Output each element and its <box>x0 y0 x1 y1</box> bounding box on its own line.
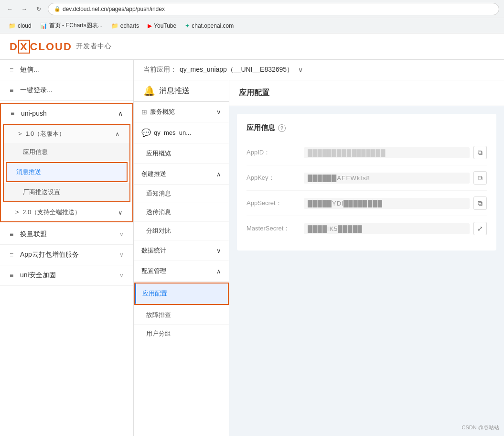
bookmark-cloud-label: cloud <box>18 22 32 29</box>
nav-app-config[interactable]: 应用配置 <box>135 283 228 304</box>
sidebar-label-msg-push: 消息推送 <box>16 168 41 175</box>
app-info-title: 应用信息 ? <box>247 123 487 132</box>
middle-nav-title: 消息推送 <box>159 86 190 96</box>
bookmark-echarts2-label: echarts <box>120 22 139 29</box>
sidebar-label-app-info: 应用信息 <box>23 148 48 155</box>
chevron-config-management: ∧ <box>216 268 221 275</box>
copy-appkey-button[interactable]: ⧉ <box>473 171 487 185</box>
sidebar-label-v2: 2.0（支持全端推送） <box>22 208 81 216</box>
nav-fault-check[interactable]: 故障排查 <box>134 306 229 325</box>
nav-label-create-push: 创建推送 <box>141 170 166 178</box>
main-area: ≡ 短信... ≡ 一键登录... ≡ uni-push ∧ <box>0 60 504 436</box>
nav-app-list[interactable]: 💬 qy_mes_un... <box>134 122 229 143</box>
bookmark-openai-label: chat.openai.com <box>192 22 234 29</box>
bookmark-youtube-label: YouTube <box>154 22 176 29</box>
sidebar-label-appcloud: App云打包增值服务 <box>20 251 79 259</box>
chevron-up-unipush: ∧ <box>118 109 123 117</box>
list-icon-login: ≡ <box>10 87 17 94</box>
grid-icon: ⊞ <box>141 108 147 116</box>
value-appsecret: █████YDi████████ <box>304 198 470 209</box>
back-button[interactable]: ← <box>5 4 15 14</box>
logo-text: DXCLOUD <box>10 40 72 53</box>
nav-label-app-list: qy_mes_un... <box>154 129 191 136</box>
msg-push-item[interactable]: 消息推送 <box>6 162 128 182</box>
list-icon-unipush: ≡ <box>11 109 18 117</box>
list-icon-appcloud: ≡ <box>10 251 17 259</box>
arrow-v2: > <box>15 208 19 216</box>
lock-icon: 🔒 <box>54 6 61 12</box>
bookmarks-bar: 📁 cloud 📊 首页 - ECharts图表... 📁 echarts ▶ … <box>0 18 504 33</box>
nav-config-management[interactable]: 配置管理 ∧ <box>134 261 229 282</box>
expand-mastersecret-button[interactable]: ⤢ <box>473 222 487 235</box>
sidebar-child-app-info[interactable]: 应用信息 <box>4 143 129 161</box>
sidebar-item-sms[interactable]: ≡ 短信... <box>0 60 133 80</box>
bookmark-echarts-label: 首页 - ECharts图表... <box>49 22 103 30</box>
dropdown-arrow-icon[interactable]: ∨ <box>298 66 303 74</box>
config-panel-title: 应用配置 <box>239 88 269 97</box>
nav-create-push[interactable]: 创建推送 ∧ <box>134 164 229 185</box>
middle-nav-header: 🔔 消息推送 <box>134 80 229 102</box>
youtube-icon: ▶ <box>148 22 152 29</box>
content-area: 当前应用： qy_mes_uniapp（__UNI__E832695） ∨ 🔔 … <box>134 60 504 436</box>
folder-icon: 📁 <box>9 22 16 29</box>
forward-button[interactable]: → <box>19 4 30 14</box>
sidebar-label-security: uni安全加固 <box>20 271 56 280</box>
config-card: 应用信息 ? AppID： ████████████████ ⧉ AppKey： <box>237 114 496 251</box>
middle-nav: 🔔 消息推送 ⊞ 服务概览 ∨ 💬 <box>134 80 229 436</box>
sidebar-item-appcloud[interactable]: ≡ App云打包增值服务 ∨ <box>0 245 133 265</box>
sidebar-item-v1[interactable]: > 1.0（老版本） ∧ <box>4 125 129 143</box>
nav-group-compare[interactable]: 分组对比 <box>134 222 229 240</box>
sidebar-item-exchange[interactable]: ≡ 换量联盟 ∨ <box>0 224 133 245</box>
logo-subtitle: 开发者中心 <box>76 42 112 51</box>
config-row-appid: AppID： ████████████████ ⧉ <box>247 140 487 165</box>
bookmark-openai[interactable]: ✦ chat.openai.com <box>181 21 237 31</box>
sidebar-item-login[interactable]: ≡ 一键登录... <box>0 80 133 101</box>
bookmark-echarts[interactable]: 📊 首页 - ECharts图表... <box>36 20 107 31</box>
nav-user-groups[interactable]: 用户分组 <box>134 325 229 343</box>
address-bar[interactable]: 🔒 dev.dcloud.net.cn/pages/app/push/index <box>48 3 499 15</box>
nav-transparent-msg[interactable]: 透传消息 <box>134 203 229 222</box>
label-appid: AppID： <box>247 148 304 157</box>
sidebar-item-v2[interactable]: > 2.0（支持全端推送） ∨ <box>1 203 132 221</box>
logo: DXCLOUD 开发者中心 <box>10 40 112 53</box>
nav-app-overview[interactable]: 应用概览 <box>134 143 229 164</box>
nav-label-app-config: 应用配置 <box>142 290 167 297</box>
nav-label-user-groups: 用户分组 <box>146 330 171 337</box>
reload-button[interactable]: ↻ <box>33 4 44 14</box>
sidebar-item-security[interactable]: ≡ uni安全加固 ∨ <box>0 265 133 286</box>
bookmark-cloud[interactable]: 📁 cloud <box>5 21 35 31</box>
chevron-data-stats: ∨ <box>216 247 221 254</box>
copy-appid-button[interactable]: ⧉ <box>473 146 487 159</box>
openai-icon: ✦ <box>185 22 190 29</box>
browser-bar: ← → ↻ 🔒 dev.dcloud.net.cn/pages/app/push… <box>0 0 504 18</box>
bookmark-echarts2[interactable]: 📁 echarts <box>107 21 143 31</box>
nav-data-stats[interactable]: 数据统计 ∨ <box>134 240 229 261</box>
echarts-icon: 📊 <box>40 22 47 29</box>
nav-label-app-overview: 应用概览 <box>146 149 171 158</box>
value-mastersecret: ████IK5█████ <box>304 223 470 234</box>
nav-label-service-overview: 服务概览 <box>150 108 175 116</box>
chevron-service-overview: ∨ <box>216 109 221 116</box>
nav-label-fault-check: 故障排查 <box>146 311 171 318</box>
question-icon[interactable]: ? <box>278 124 286 132</box>
app-header: DXCLOUD 开发者中心 <box>0 33 504 60</box>
config-content: 应用配置 应用信息 ? AppID： ████████████████ ⧉ <box>229 80 504 436</box>
url-text: dev.dcloud.net.cn/pages/app/push/index <box>63 6 165 12</box>
sidebar-item-unipush[interactable]: ≡ uni-push ∧ <box>1 104 132 123</box>
copy-appsecret-button[interactable]: ⧉ <box>473 196 487 210</box>
sidebar-label-vendor-push: 厂商推送设置 <box>23 188 60 196</box>
sidebar-label-unipush: uni-push <box>21 109 47 117</box>
sidebar-child-vendor-push[interactable]: 厂商推送设置 <box>4 183 129 201</box>
chevron-exchange: ∨ <box>119 231 124 238</box>
nav-service-overview[interactable]: ⊞ 服务概览 ∨ <box>134 102 229 122</box>
uni-push-section: ≡ uni-push ∧ > 1.0（老版本） ∧ <box>0 103 133 222</box>
sidebar-label-sms: 短信... <box>20 65 39 74</box>
nav-notify-msg[interactable]: 通知消息 <box>134 185 229 203</box>
app-container: DXCLOUD 开发者中心 ≡ 短信... ≡ 一键登录... <box>0 33 504 436</box>
app-name-badge: qy_mes_uniapp（__UNI__E832695） <box>180 65 293 74</box>
sidebar: ≡ 短信... ≡ 一键登录... ≡ uni-push ∧ <box>0 60 134 436</box>
list-icon-sms: ≡ <box>10 66 17 74</box>
bookmark-youtube[interactable]: ▶ YouTube <box>144 21 180 31</box>
list-icon-exchange: ≡ <box>10 230 17 238</box>
config-row-appkey: AppKey： ██████AEFWkIs8 ⧉ <box>247 165 487 191</box>
